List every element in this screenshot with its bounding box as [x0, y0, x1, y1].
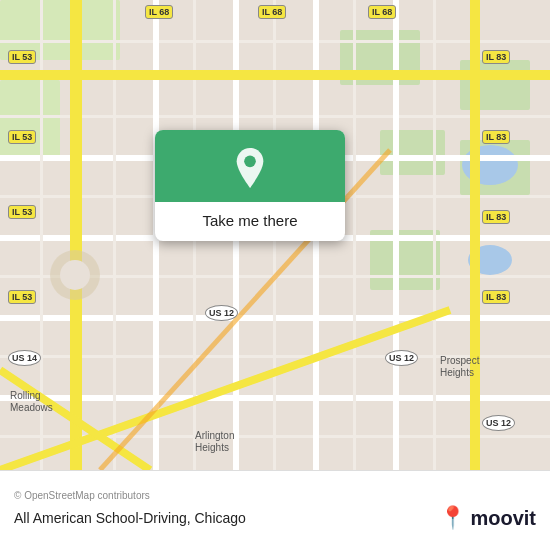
location-pin-icon — [230, 148, 270, 188]
copyright-text: © OpenStreetMap contributors — [14, 490, 536, 501]
badge-il83-1: IL 83 — [482, 50, 510, 64]
label-heights2: Heights — [440, 367, 474, 378]
badge-il53-1: IL 53 — [8, 50, 36, 64]
moovit-pin-icon: 📍 — [439, 505, 466, 531]
location-popup: Take me there — [155, 130, 345, 241]
svg-point-40 — [60, 260, 90, 290]
label-prospect: Prospect — [440, 355, 479, 366]
badge-il68-1: IL 68 — [145, 5, 173, 19]
svg-rect-7 — [0, 80, 60, 160]
svg-point-41 — [244, 156, 256, 168]
badge-il83-2: IL 83 — [482, 130, 510, 144]
place-name: All American School-Driving, Chicago — [14, 510, 246, 526]
badge-il53-2: IL 53 — [8, 130, 36, 144]
badge-il68-2: IL 68 — [258, 5, 286, 19]
badge-il53-4: IL 53 — [8, 290, 36, 304]
badge-us12-3: US 12 — [482, 415, 515, 431]
moovit-brand-text: moovit — [470, 507, 536, 530]
svg-rect-35 — [0, 70, 550, 80]
label-arlington: Arlington — [195, 430, 234, 441]
label-heights: Heights — [195, 442, 229, 453]
moovit-logo: 📍 moovit — [439, 505, 536, 531]
badge-il68-3: IL 68 — [368, 5, 396, 19]
bottom-bar: © OpenStreetMap contributors All America… — [0, 470, 550, 550]
badge-us12-2: US 12 — [385, 350, 418, 366]
badge-il83-3: IL 83 — [482, 210, 510, 224]
badge-il83-4: IL 83 — [482, 290, 510, 304]
label-meadows: Meadows — [10, 402, 53, 413]
popup-green-header — [155, 130, 345, 202]
badge-us12-1: US 12 — [205, 305, 238, 321]
map: IL 53 IL 53 IL 53 IL 53 IL 68 IL 68 IL 6… — [0, 0, 550, 470]
label-rolling: Rolling — [10, 390, 41, 401]
take-me-there-button[interactable]: Take me there — [188, 202, 311, 241]
badge-us14: US 14 — [8, 350, 41, 366]
badge-il53-3: IL 53 — [8, 205, 36, 219]
